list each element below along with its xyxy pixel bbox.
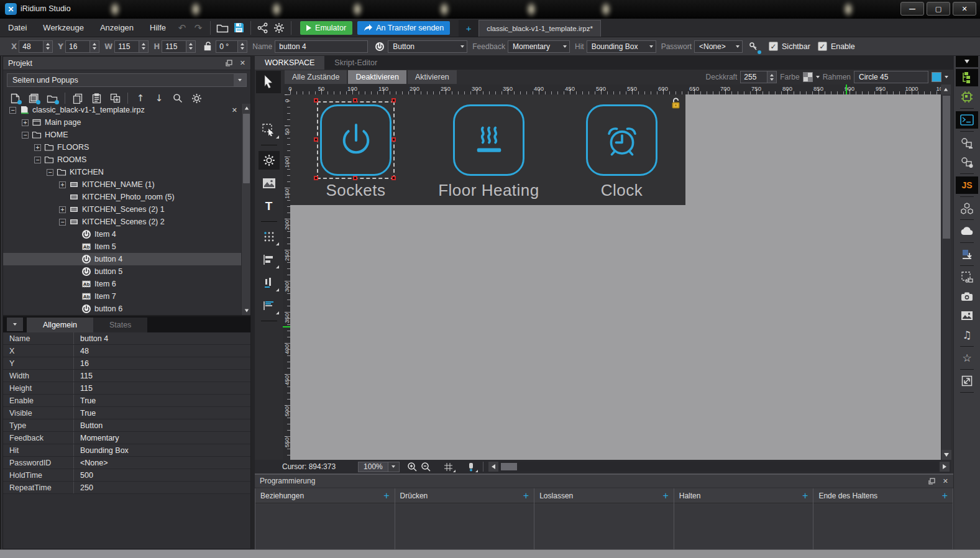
property-row-passwordid[interactable]: PasswordID<None> — [3, 457, 250, 469]
visible-checkbox[interactable]: ✓ — [769, 42, 778, 51]
selection-handle[interactable] — [353, 98, 357, 103]
tree-close-icon[interactable]: ✕ — [232, 106, 237, 114]
move-up-icon[interactable]: ↑ — [132, 91, 149, 105]
property-row-enable[interactable]: EnableTrue — [3, 395, 250, 407]
tree-item-button-4[interactable]: button 4 — [3, 253, 241, 265]
snap-toggle-icon[interactable] — [464, 461, 478, 472]
frame-dropdown[interactable]: Circle 45 — [854, 71, 928, 83]
selection-handle[interactable] — [392, 137, 396, 142]
angle-stepper[interactable] — [238, 40, 247, 53]
align-text-tool[interactable] — [259, 296, 280, 315]
angle-input[interactable]: 0 ° — [216, 40, 238, 53]
sidebar-collapse-icon[interactable] — [956, 56, 978, 67]
tree-expander-icon[interactable]: − — [22, 132, 29, 139]
tree-expander-icon[interactable]: + — [59, 206, 66, 213]
property-row-y[interactable]: Y16 — [3, 357, 250, 370]
gallery-dashed-icon[interactable] — [956, 268, 978, 286]
drivers-icon[interactable] — [956, 88, 978, 106]
hit-dropdown[interactable]: Bounding Box — [587, 40, 656, 53]
property-row-type[interactable]: TypeButton — [3, 419, 250, 432]
frame-color-dropdown-icon[interactable] — [945, 76, 948, 78]
favorites-star-icon[interactable]: ☆ — [956, 349, 978, 367]
marquee-select-tool[interactable] — [259, 121, 280, 139]
state-button-alle-zust-nde[interactable]: Alle Zustände — [285, 70, 347, 84]
float-panel-icon[interactable] — [226, 60, 232, 66]
selection-handle[interactable] — [314, 176, 318, 180]
scroll-down-icon[interactable] — [242, 306, 251, 315]
pages-popups-selector[interactable]: Seiten und Popups — [7, 73, 247, 87]
selection-handle[interactable] — [392, 176, 396, 180]
scroll-left-icon[interactable] — [488, 462, 498, 472]
tree-item-kitchen-scenes-2-2[interactable]: −KITCHEN_Scenes (2) 2 — [3, 216, 241, 228]
add-action-button[interactable]: + — [942, 490, 948, 501]
tree-item-kitchen-scenes-2-1[interactable]: +KITCHEN_Scenes (2) 1 — [3, 203, 241, 216]
select-tool[interactable] — [256, 71, 281, 93]
scroll-up-icon[interactable] — [242, 104, 251, 112]
feedback-dropdown[interactable]: Momentary — [508, 40, 570, 53]
tree-expander-icon[interactable]: + — [22, 119, 29, 126]
new-tab-button[interactable]: + — [459, 20, 479, 37]
paste-icon[interactable] — [88, 91, 104, 105]
color-swatch[interactable] — [803, 72, 813, 82]
gallery-remove-icon[interactable] — [956, 134, 978, 152]
undo-icon[interactable]: ↶ — [174, 21, 190, 35]
tree-settings-gear-icon[interactable] — [188, 91, 204, 105]
terminal-icon[interactable] — [956, 111, 978, 129]
x-input[interactable]: 48 — [19, 40, 44, 53]
tree-expander-icon[interactable]: − — [9, 107, 16, 114]
property-row-x[interactable]: X48 — [3, 345, 250, 357]
redo-icon[interactable]: ↷ — [190, 21, 206, 35]
fullscreen-icon[interactable] — [956, 372, 978, 390]
tree-expander-icon[interactable]: − — [34, 157, 41, 163]
height-stepper[interactable] — [186, 40, 196, 53]
property-row-repeattime[interactable]: RepeatTime250 — [3, 482, 250, 494]
programming-column-body[interactable] — [813, 503, 953, 549]
zoom-out-icon[interactable] — [419, 461, 433, 472]
document-tab[interactable]: classic_black-v1-1_template.irpz* — [479, 20, 601, 37]
zoom-dropdown-icon[interactable] — [388, 462, 400, 472]
camera-icon[interactable] — [956, 288, 978, 305]
add-action-button[interactable]: + — [383, 490, 389, 501]
vertical-scrollbar[interactable] — [941, 94, 951, 460]
opacity-stepper[interactable] — [767, 71, 777, 83]
opacity-input[interactable]: 255 — [740, 71, 767, 83]
add-action-button[interactable]: + — [802, 490, 808, 501]
tree-item-item-6[interactable]: AbItem 6 — [3, 278, 241, 290]
width-input[interactable]: 115 — [114, 40, 139, 53]
programming-column-body[interactable] — [395, 503, 534, 549]
text-tool[interactable]: T — [259, 197, 280, 216]
move-down-icon[interactable]: ↓ — [151, 91, 167, 105]
save-icon[interactable] — [231, 21, 247, 35]
tree-item-kitchen-photo-room-5[interactable]: KITCHEN_Photo_room (5) — [3, 191, 241, 203]
share-icon[interactable] — [255, 21, 271, 35]
type-dropdown[interactable]: Button — [388, 40, 467, 53]
selection-handle[interactable] — [353, 176, 357, 180]
add-folder-icon[interactable] — [44, 91, 60, 105]
popup-surface[interactable]: SocketsFloor HeatingClock — [290, 94, 685, 205]
lock-open-icon[interactable] — [199, 39, 216, 54]
align-tool[interactable] — [259, 250, 280, 269]
y-input[interactable]: 16 — [65, 40, 90, 53]
tree-item-item-7[interactable]: AbItem 7 — [3, 290, 241, 303]
tree-item-button-5[interactable]: button 5 — [3, 265, 241, 278]
selection-handle[interactable] — [314, 98, 318, 103]
inspector-menu-icon[interactable] — [7, 318, 23, 331]
tree-item-rooms[interactable]: −ROOMS — [3, 153, 241, 166]
close-panel-icon[interactable]: ✕ — [240, 59, 245, 67]
emulator-button[interactable]: Emulator — [300, 21, 352, 35]
object-settings-tool[interactable] — [259, 151, 280, 170]
y-stepper[interactable] — [90, 40, 99, 53]
programming-column-body[interactable] — [674, 503, 813, 549]
property-row-hit[interactable]: HitBounding Box — [3, 444, 250, 457]
maximize-button[interactable]: ▢ — [927, 2, 950, 16]
settings-gear-icon[interactable] — [271, 21, 287, 35]
key-icon[interactable] — [745, 39, 761, 54]
enable-checkbox[interactable]: ✓ — [818, 42, 827, 51]
tab-states[interactable]: States — [93, 318, 147, 332]
programming-column-body[interactable] — [534, 503, 674, 549]
ruler-corner-button[interactable] — [941, 85, 951, 94]
tab-workspace[interactable]: WORKSPACE — [255, 56, 324, 70]
horizontal-scrollbar[interactable] — [500, 462, 938, 472]
tree-item-item-5[interactable]: AbItem 5 — [3, 240, 241, 253]
add-page-icon[interactable] — [7, 91, 23, 105]
